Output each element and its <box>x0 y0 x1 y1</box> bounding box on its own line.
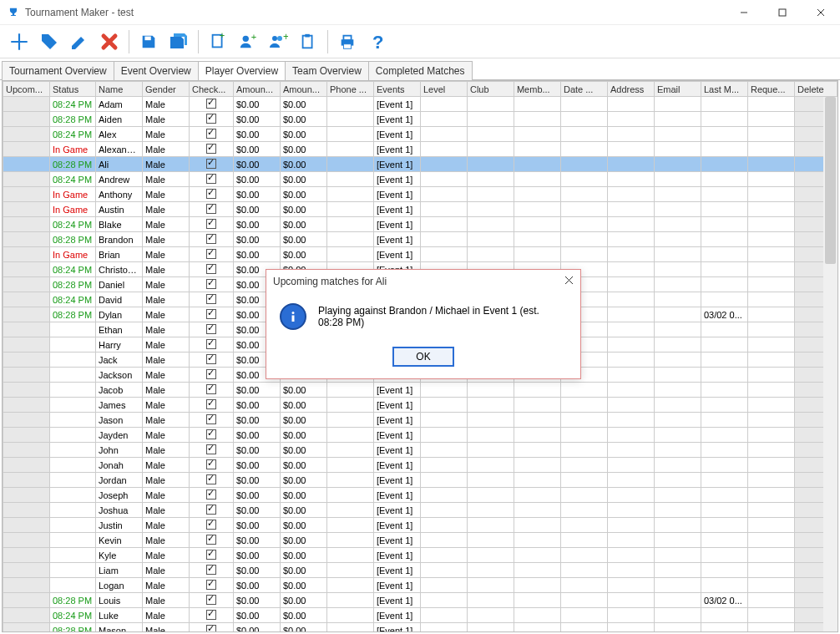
upcoming-button[interactable] <box>3 172 50 187</box>
checkbox[interactable] <box>206 399 216 409</box>
checkbox[interactable] <box>206 309 216 319</box>
checkbox[interactable] <box>206 219 216 229</box>
upcoming-button[interactable] <box>3 157 50 172</box>
checkbox[interactable] <box>206 324 216 334</box>
upcoming-button[interactable] <box>3 488 50 503</box>
column-header[interactable]: Gender <box>142 82 189 97</box>
upcoming-button[interactable] <box>3 608 50 623</box>
checkbox[interactable] <box>206 204 216 214</box>
table-row[interactable]: KevinMale$0.00$0.00[Event 1] <box>3 533 837 548</box>
checkbox[interactable] <box>206 520 216 530</box>
upcoming-button[interactable] <box>3 97 50 112</box>
upcoming-button[interactable] <box>3 623 50 633</box>
table-row[interactable]: LiamMale$0.00$0.00[Event 1] <box>3 563 837 578</box>
upcoming-button[interactable] <box>3 533 50 548</box>
checkbox[interactable] <box>206 429 216 439</box>
table-row[interactable]: JordanMale$0.00$0.00[Event 1] <box>3 473 837 488</box>
upcoming-button[interactable] <box>3 503 50 518</box>
checkbox[interactable] <box>206 354 216 364</box>
checkbox[interactable] <box>206 444 216 454</box>
column-header[interactable]: Events <box>373 82 420 97</box>
checkbox[interactable] <box>206 294 216 304</box>
column-header[interactable]: Address <box>607 82 654 97</box>
upcoming-button[interactable] <box>3 187 50 202</box>
upcoming-button[interactable] <box>3 458 50 473</box>
ok-button[interactable]: OK <box>392 347 453 367</box>
checkbox[interactable] <box>206 610 216 620</box>
table-row[interactable]: 08:28 PMLouisMale$0.00$0.00[Event 1]03/0… <box>3 593 837 608</box>
checkbox[interactable] <box>206 414 216 424</box>
upcoming-button[interactable] <box>3 202 50 217</box>
upcoming-button[interactable] <box>3 368 50 383</box>
upcoming-button[interactable] <box>3 563 50 578</box>
tag-button[interactable] <box>35 28 63 56</box>
add-person-button[interactable]: + <box>234 28 262 56</box>
table-row[interactable]: LoganMale$0.00$0.00[Event 1] <box>3 578 837 593</box>
upcoming-button[interactable] <box>3 277 50 292</box>
maximize-button[interactable] <box>763 0 802 25</box>
upcoming-button[interactable] <box>3 307 50 322</box>
table-row[interactable]: 08:24 PMAndrewMale$0.00$0.00[Event 1] <box>3 172 837 187</box>
checkbox[interactable] <box>206 535 216 545</box>
upcoming-button[interactable] <box>3 578 50 593</box>
upcoming-button[interactable] <box>3 593 50 608</box>
upcoming-button[interactable] <box>3 473 50 488</box>
checkbox[interactable] <box>206 580 216 590</box>
upcoming-button[interactable] <box>3 518 50 533</box>
checkbox[interactable] <box>206 369 216 379</box>
table-row[interactable]: JaydenMale$0.00$0.00[Event 1] <box>3 428 837 443</box>
tab-player-overview[interactable]: Player Overview <box>198 61 286 80</box>
table-row[interactable]: 08:28 PMAidenMale$0.00$0.00[Event 1] <box>3 112 837 127</box>
column-header[interactable]: Status <box>50 82 96 97</box>
column-header[interactable]: Name <box>95 82 142 97</box>
checkbox[interactable] <box>206 595 216 605</box>
checkbox[interactable] <box>206 114 216 124</box>
column-header[interactable]: Memb... <box>514 82 560 97</box>
upcoming-button[interactable] <box>3 262 50 277</box>
table-row[interactable]: 08:24 PMAdamMale$0.00$0.00[Event 1] <box>3 97 837 112</box>
table-row[interactable]: JonahMale$0.00$0.00[Event 1] <box>3 458 837 473</box>
table-row[interactable]: JosephMale$0.00$0.00[Event 1] <box>3 488 837 503</box>
checkbox[interactable] <box>206 384 216 394</box>
close-button[interactable] <box>802 0 840 25</box>
table-row[interactable]: JamesMale$0.00$0.00[Event 1] <box>3 398 837 413</box>
upcoming-button[interactable] <box>3 217 50 232</box>
table-row[interactable]: 08:24 PMAlexMale$0.00$0.00[Event 1] <box>3 127 837 142</box>
new-document-button[interactable]: + <box>204 28 232 56</box>
upcoming-button[interactable] <box>3 443 50 458</box>
column-header[interactable]: Club <box>467 82 514 97</box>
checkbox[interactable] <box>206 565 216 575</box>
upcoming-button[interactable] <box>3 413 50 428</box>
save-button[interactable] <box>134 28 163 56</box>
table-row[interactable]: JohnMale$0.00$0.00[Event 1] <box>3 443 837 458</box>
checkbox[interactable] <box>206 249 216 259</box>
checkbox[interactable] <box>206 489 216 500</box>
checkbox[interactable] <box>206 550 216 560</box>
upcoming-button[interactable] <box>3 127 50 142</box>
column-header[interactable]: Upcom... <box>3 82 50 97</box>
checkbox[interactable] <box>206 189 216 199</box>
checkbox[interactable] <box>206 174 216 184</box>
add-button[interactable] <box>5 28 33 56</box>
table-row[interactable]: 08:24 PMBlakeMale$0.00$0.00[Event 1] <box>3 217 837 232</box>
upcoming-button[interactable] <box>3 292 50 307</box>
table-row[interactable]: 08:28 PMMasonMale$0.00$0.00[Event 1] <box>3 623 837 633</box>
column-header[interactable]: Reque... <box>747 82 794 97</box>
tab-completed-matches[interactable]: Completed Matches <box>368 61 473 80</box>
delete-button[interactable] <box>95 28 124 56</box>
help-button[interactable]: ? <box>363 28 392 56</box>
upcoming-button[interactable] <box>3 232 50 247</box>
upcoming-button[interactable] <box>3 337 50 353</box>
checkbox[interactable] <box>206 264 216 274</box>
tab-event-overview[interactable]: Event Overview <box>114 61 199 80</box>
minimize-button[interactable] <box>725 0 763 25</box>
column-header[interactable]: Delete <box>794 82 837 97</box>
print-button[interactable] <box>333 28 362 56</box>
table-row[interactable]: JasonMale$0.00$0.00[Event 1] <box>3 413 837 428</box>
column-header[interactable]: Last M... <box>701 82 747 97</box>
column-header[interactable]: Date ... <box>560 82 607 97</box>
tab-tournament-overview[interactable]: Tournament Overview <box>2 61 114 80</box>
vertical-scrollbar[interactable] <box>823 97 837 631</box>
upcoming-button[interactable] <box>3 383 50 398</box>
column-header[interactable]: Check... <box>189 82 233 97</box>
